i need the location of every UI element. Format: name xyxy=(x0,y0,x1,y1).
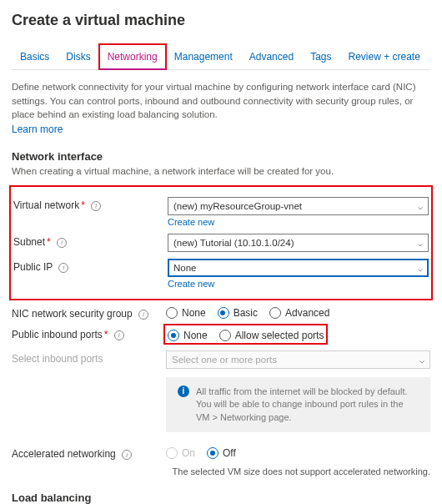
network-interface-subtext: When creating a virtual machine, a netwo… xyxy=(12,166,430,176)
accel-label: Accelerated networking i xyxy=(12,446,166,460)
tab-review[interactable]: Review + create xyxy=(340,44,429,69)
vnet-select[interactable]: (new) myResourceGroup-vnet ⌵ xyxy=(168,197,429,215)
tab-management[interactable]: Management xyxy=(166,44,241,69)
tab-basics[interactable]: Basics xyxy=(12,44,58,69)
tab-advanced[interactable]: Advanced xyxy=(241,44,302,69)
info-icon[interactable]: i xyxy=(57,238,67,248)
inbound-ports-label: Public inbound ports* i xyxy=(12,326,166,340)
chevron-down-icon: ⌵ xyxy=(418,264,423,273)
chevron-down-icon: ⌵ xyxy=(419,355,424,365)
info-icon: i xyxy=(178,386,189,397)
publicip-label: Public IP i xyxy=(13,259,168,273)
accel-radio-on: On xyxy=(166,447,195,459)
info-icon[interactable]: i xyxy=(91,201,101,211)
info-icon[interactable]: i xyxy=(114,330,124,340)
nsg-radio-advanced[interactable]: Advanced xyxy=(269,307,329,319)
nsg-label: NIC network security group i xyxy=(12,305,166,320)
select-ports-label: Select inbound ports xyxy=(12,350,166,365)
info-icon[interactable]: i xyxy=(122,450,132,460)
chevron-down-icon: ⌵ xyxy=(418,239,423,248)
intro-learn-more-link[interactable]: Learn more xyxy=(12,123,63,135)
network-interface-heading: Network interface xyxy=(12,150,430,163)
vnet-create-new-link[interactable]: Create new xyxy=(168,217,429,227)
intro-text: Define network connectivity for your vir… xyxy=(12,80,430,122)
accel-note: The selected VM size does not support ac… xyxy=(166,466,430,476)
subnet-select[interactable]: (new) Tutorial (10.10.1.0/24) ⌵ xyxy=(168,234,429,252)
nsg-radio-basic[interactable]: Basic xyxy=(218,307,258,319)
info-icon[interactable]: i xyxy=(58,263,68,273)
inbound-radio-none[interactable]: None xyxy=(168,330,208,341)
publicip-select[interactable]: None ⌵ xyxy=(168,259,429,277)
vnet-label: Virtual network* i xyxy=(13,197,168,211)
info-banner: i All traffic from the internet will be … xyxy=(166,377,430,432)
load-balancing-heading: Load balancing xyxy=(12,491,430,504)
accel-radio-off[interactable]: Off xyxy=(207,447,236,459)
tabs-bar: Basics Disks Networking Management Advan… xyxy=(12,44,430,70)
info-icon[interactable]: i xyxy=(138,310,148,320)
chevron-down-icon: ⌵ xyxy=(418,202,423,211)
select-ports-dropdown: Select one or more ports ⌵ xyxy=(166,350,430,369)
nsg-radio-none[interactable]: None xyxy=(166,307,206,319)
publicip-create-new-link[interactable]: Create new xyxy=(168,279,429,289)
tab-networking[interactable]: Networking xyxy=(99,44,166,69)
subnet-label: Subnet* i xyxy=(13,234,168,248)
tab-tags[interactable]: Tags xyxy=(302,44,339,69)
tab-disks[interactable]: Disks xyxy=(58,44,98,69)
page-title: Create a virtual machine xyxy=(12,12,430,29)
inbound-radio-allow[interactable]: Allow selected ports xyxy=(219,330,324,341)
